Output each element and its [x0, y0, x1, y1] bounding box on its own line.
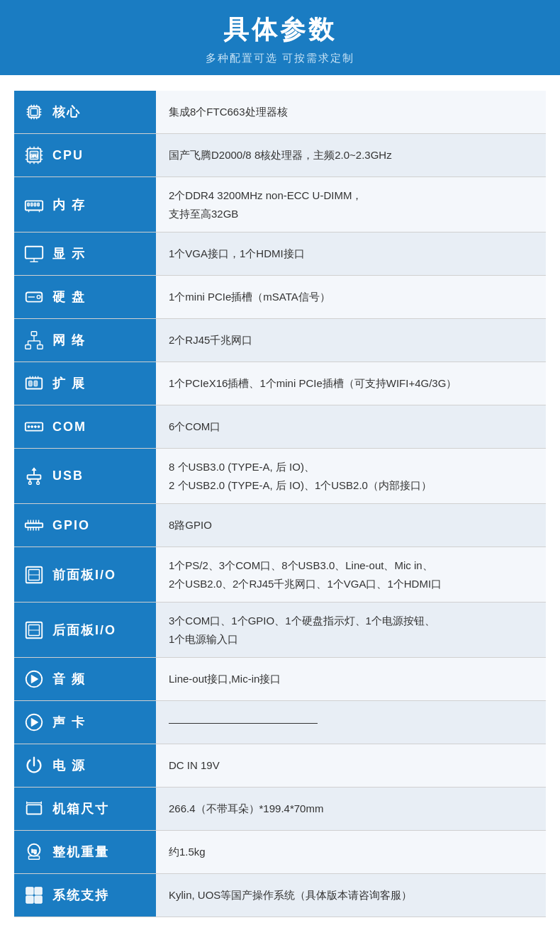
- value-cell-frontpanel: 1个PS/2、3个COM口、8个USB3.0、Line-out、Mic in、2…: [156, 547, 546, 603]
- value-cell-display: 1个VGA接口，1个HDMI接口: [156, 232, 546, 276]
- label-cell-usb: USB: [14, 449, 156, 504]
- table-row: 声 卡——————————————: [14, 701, 546, 744]
- table-row: 显 示1个VGA接口，1个HDMI接口: [14, 232, 546, 276]
- com-icon: [21, 414, 47, 439]
- table-row: 网 络2个RJ45千兆网口: [14, 319, 546, 362]
- svg-point-40: [37, 296, 40, 299]
- label-cell-power: 电 源: [14, 744, 156, 788]
- table-row: 前面板I/O1个PS/2、3个COM口、8个USB3.0、Line-out、Mi…: [14, 547, 546, 603]
- label-text-rearpanel: 后面板I/O: [52, 622, 116, 639]
- value-cell-cpu: 国产飞腾D2000/8 8核处理器，主频2.0~2.3GHz: [156, 134, 546, 177]
- svg-text:kg: kg: [31, 848, 37, 854]
- value-cell-audio: Line-out接口,Mic-in接口: [156, 658, 546, 701]
- page-header: 具体参数 多种配置可选 可按需求定制: [0, 0, 560, 75]
- ram-icon: [21, 192, 47, 218]
- svg-rect-30: [28, 203, 30, 206]
- power-icon: [21, 753, 47, 778]
- value-cell-storage: 1个mini PCIe插槽（mSATA信号）: [156, 276, 546, 319]
- svg-marker-86: [31, 675, 38, 683]
- label-text-audio: 音 频: [52, 671, 86, 688]
- table-row: 核心集成8个FTC663处理器核: [14, 91, 546, 134]
- table-row: 音 频Line-out接口,Mic-in接口: [14, 658, 546, 701]
- svg-point-58: [31, 426, 33, 428]
- table-row: 硬 盘1个mini PCIe插槽（mSATA信号）: [14, 276, 546, 319]
- label-text-display: 显 示: [52, 245, 86, 262]
- label-text-expansion: 扩 展: [52, 375, 86, 392]
- svg-rect-33: [38, 203, 40, 206]
- svg-text:CPU: CPU: [30, 154, 38, 158]
- value-cell-network: 2个RJ45千兆网口: [156, 319, 546, 362]
- label-text-dimensions: 机箱尺寸: [52, 800, 109, 817]
- value-cell-gpio: 8路GPIO: [156, 504, 546, 547]
- label-cell-expansion: 扩 展: [14, 362, 156, 405]
- weight-icon: kg: [21, 839, 47, 865]
- table-row: USB8 个USB3.0 (TYPE-A, 后 IO)、2 个USB2.0 (T…: [14, 449, 546, 504]
- label-cell-memory: 内 存: [14, 177, 156, 232]
- hdd-icon: [21, 284, 47, 310]
- svg-rect-43: [26, 345, 31, 349]
- label-cell-storage: 硬 盘: [14, 276, 156, 319]
- svg-point-59: [34, 426, 36, 428]
- label-text-power: 电 源: [52, 757, 86, 774]
- spec-table: 核心集成8个FTC663处理器核CPUCPU国产飞腾D2000/8 8核处理器，…: [14, 91, 546, 917]
- label-cell-rearpanel: 后面板I/O: [14, 603, 156, 658]
- table-row: 后面板I/O3个COM口、1个GPIO、1个硬盘指示灯、1个电源按钮、1个电源输…: [14, 603, 546, 658]
- label-cell-com: COM: [14, 405, 156, 449]
- audio-icon: [21, 666, 47, 692]
- panel-icon: [21, 617, 47, 643]
- svg-rect-36: [26, 247, 43, 259]
- svg-rect-98: [35, 887, 42, 895]
- table-row: GPIO8路GPIO: [14, 504, 546, 547]
- value-cell-power: DC IN 19V: [156, 744, 546, 788]
- svg-rect-89: [27, 805, 42, 814]
- monitor-icon: [21, 241, 47, 267]
- label-text-network: 网 络: [52, 332, 86, 349]
- label-text-os: 系统支持: [52, 887, 109, 904]
- page-title: 具体参数: [0, 13, 560, 47]
- panel-icon: [21, 562, 47, 588]
- svg-rect-99: [26, 896, 33, 903]
- value-cell-rearpanel: 3个COM口、1个GPIO、1个硬盘指示灯、1个电源按钮、1个电源输入口: [156, 603, 546, 658]
- label-cell-gpio: GPIO: [14, 504, 156, 547]
- svg-point-65: [29, 481, 32, 484]
- label-text-cpu: CPU: [52, 148, 84, 163]
- audio-icon: [21, 710, 47, 735]
- label-cell-os: 系统支持: [14, 874, 156, 917]
- label-cell-network: 网 络: [14, 319, 156, 362]
- svg-rect-1: [30, 108, 37, 115]
- usb-icon: [21, 464, 47, 489]
- table-row: 机箱尺寸266.4（不带耳朵）*199.4*70mm: [14, 788, 546, 831]
- value-cell-soundcard: ——————————————: [156, 701, 546, 744]
- svg-rect-97: [26, 887, 33, 895]
- label-text-soundcard: 声 卡: [52, 714, 86, 731]
- svg-point-60: [38, 426, 40, 428]
- value-cell-usb: 8 个USB3.0 (TYPE-A, 后 IO)、2 个USB2.0 (TYPE…: [156, 449, 546, 504]
- table-row: COM6个COM口: [14, 405, 546, 449]
- svg-point-57: [28, 426, 30, 428]
- table-row: kg整机重量约1.5kg: [14, 831, 546, 874]
- table-row: 电 源DC IN 19V: [14, 744, 546, 788]
- svg-marker-67: [32, 467, 36, 470]
- expansion-icon: [21, 371, 47, 396]
- label-text-usb: USB: [52, 469, 84, 483]
- label-cell-weight: kg整机重量: [14, 831, 156, 874]
- label-text-memory: 内 存: [52, 196, 86, 213]
- label-cell-soundcard: 声 卡: [14, 701, 156, 744]
- svg-point-66: [37, 481, 40, 484]
- table-row: CPUCPU国产飞腾D2000/8 8核处理器，主频2.0~2.3GHz: [14, 134, 546, 177]
- label-text-frontpanel: 前面板I/O: [52, 566, 116, 583]
- label-cell-cpu: CPUCPU: [14, 134, 156, 177]
- svg-rect-50: [29, 381, 33, 386]
- label-text-weight: 整机重量: [52, 844, 109, 861]
- value-cell-com: 6个COM口: [156, 405, 546, 449]
- svg-rect-51: [34, 381, 38, 386]
- table-row: 扩 展1个PCIeX16插槽、1个mini PCIe插槽（可支持WIFI+4G/…: [14, 362, 546, 405]
- svg-rect-95: [29, 856, 40, 860]
- svg-rect-32: [34, 203, 36, 206]
- svg-rect-31: [30, 203, 33, 206]
- svg-rect-44: [38, 345, 43, 349]
- dimensions-icon: [21, 796, 47, 822]
- table-row: 系统支持Kylin, UOS等国产操作系统（具体版本请咨询客服）: [14, 874, 546, 917]
- svg-rect-42: [31, 332, 37, 336]
- gpio-icon: [21, 512, 47, 538]
